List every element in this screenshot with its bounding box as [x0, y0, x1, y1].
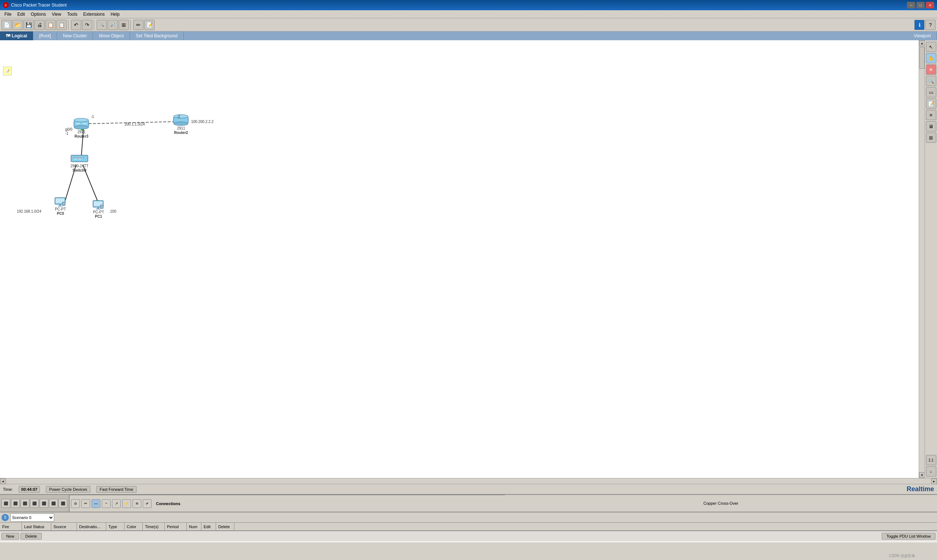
col-type: Type [106, 523, 125, 530]
pdu-delete-button[interactable]: Delete [20, 533, 42, 540]
annotation-100-pc1: .100 [109, 209, 116, 213]
router2-node[interactable]: 2911 Router2 [173, 114, 189, 135]
viewport-item[interactable]: Viewport [908, 31, 937, 40]
tool-check[interactable]: ✔ [143, 499, 152, 508]
tool-draw[interactable]: ✏ [81, 499, 90, 508]
paste-button[interactable]: 📋 [56, 20, 67, 30]
scroll-up-button[interactable]: ▲ [919, 40, 925, 46]
annotation-g00: g0/0 [65, 128, 72, 131]
connections-tool-button[interactable]: ⊞ [926, 132, 936, 143]
scroll-track[interactable] [919, 46, 925, 472]
delete-tool-button[interactable]: ✕ [926, 65, 936, 75]
vertical-scrollbar[interactable]: ▲ ▼ [919, 40, 925, 478]
note-button[interactable]: 📝 [144, 20, 154, 30]
svg-rect-21 [78, 157, 79, 158]
goto-origin-button[interactable]: ⌂ [926, 466, 936, 477]
filter-button[interactable]: ≡ [926, 110, 936, 120]
device-cat-hubs[interactable]: ⬛ [30, 499, 39, 508]
new-cluster-label: New Cluster [63, 33, 87, 38]
close-button[interactable]: ✕ [926, 2, 934, 8]
scroll-track-h[interactable] [6, 478, 931, 484]
device-cat-all[interactable]: ⬛ [2, 499, 10, 508]
hand-tool-button[interactable]: ✋ [926, 53, 936, 63]
toggle-pdu-button[interactable]: Toggle PDU List Window [882, 533, 935, 540]
maximize-button[interactable]: □ [917, 2, 925, 8]
pc1-node[interactable]: PC-PT PC1 [92, 200, 105, 218]
device-cat-switches[interactable]: ⬛ [20, 499, 29, 508]
tool-select[interactable]: ⊘ [71, 499, 80, 508]
pc1-name-label: PC1 [95, 214, 102, 218]
logical-view-item[interactable]: 🗺 Logical [0, 31, 33, 40]
canvas-area[interactable]: 2911 Router3 2911 Router2 [0, 40, 919, 478]
info-button[interactable]: ℹ [914, 20, 925, 30]
device-cat-wireless[interactable]: ⬛ [40, 499, 48, 508]
help-button[interactable]: ? [925, 20, 935, 30]
pdu-new-button[interactable]: New [2, 533, 19, 540]
title-bar: C Cisco Packet Tracer Student ─ □ ✕ [0, 0, 937, 10]
undo-button[interactable]: ↶ [71, 20, 81, 30]
new-cluster-item[interactable]: New Cluster [57, 31, 93, 40]
separator2 [94, 20, 95, 30]
zoom-reset-button[interactable]: 1:1 [926, 455, 936, 465]
horizontal-scrollbar[interactable]: ◄ ► [0, 478, 937, 484]
scroll-left-button[interactable]: ◄ [0, 478, 6, 484]
pc0-node[interactable]: PC-PT PC0 [54, 197, 67, 215]
redo-button[interactable]: ↷ [82, 20, 92, 30]
zoom-in-button[interactable]: 🔍 [97, 20, 107, 30]
menu-options[interactable]: Options [28, 11, 49, 18]
router3-node[interactable]: 2911 Router3 [73, 117, 90, 138]
move-object-item[interactable]: Move Object [93, 31, 129, 40]
select-tool-button[interactable]: ↖ [926, 42, 936, 52]
window-controls[interactable]: ─ □ ✕ [907, 2, 934, 8]
realtime-label: Realtime [906, 485, 934, 493]
tool-pattern[interactable]: ≋ [133, 499, 141, 508]
scroll-down-button[interactable]: ▼ [919, 472, 925, 478]
scroll-thumb[interactable] [919, 47, 925, 69]
tool-curved[interactable]: ~ [102, 499, 111, 508]
network-svg [0, 40, 919, 478]
device-cat-wan[interactable]: ⬛ [59, 499, 67, 508]
copy-button[interactable]: 📋 [45, 20, 55, 30]
col-color: Color [125, 523, 143, 530]
pdu-panel: S Scenario 0 Fire Last Status Source Des… [0, 512, 937, 542]
zoom-in-tool-button[interactable]: 🔍 [926, 76, 936, 86]
tool-diagonal[interactable]: ↗ [112, 499, 121, 508]
set-tiled-bg-item[interactable]: Set Tiled Background [130, 31, 184, 40]
scroll-right-button[interactable]: ► [931, 478, 937, 484]
device-cat-routers[interactable]: ⬛ [11, 499, 20, 508]
tool-lightning[interactable]: ⚡ [122, 499, 131, 508]
devices-button[interactable]: 🖥 [926, 121, 936, 131]
menu-view[interactable]: View [49, 11, 64, 18]
menu-extensions[interactable]: Extensions [80, 11, 108, 18]
menu-edit[interactable]: Edit [14, 11, 28, 18]
menu-file[interactable]: File [2, 11, 14, 18]
annotation-minus2-router2: -2 [177, 115, 180, 118]
save-button[interactable]: 💾 [23, 20, 34, 30]
separator3 [130, 20, 132, 30]
svg-rect-29 [58, 206, 62, 206]
zoom-fit-button[interactable]: ⊞ [119, 20, 129, 30]
minimize-button[interactable]: ─ [907, 2, 915, 8]
place-note-button[interactable]: 📝 [926, 98, 936, 109]
draw-rect-button[interactable]: ▭ [926, 87, 936, 97]
viewport-label: Viewport [914, 33, 931, 38]
root-item[interactable]: [Root] [33, 31, 57, 40]
zoom-out-button[interactable]: 🔎 [108, 20, 118, 30]
pc0-model-label: PC-PT [55, 207, 66, 212]
switch0-node[interactable]: 2960-24TT Switch0 [70, 153, 89, 172]
svg-point-11 [74, 118, 89, 122]
draw-button[interactable]: ✏ [133, 20, 143, 30]
scenario-select[interactable]: Scenario 0 [10, 514, 54, 522]
device-cat-security[interactable]: ⬛ [49, 499, 58, 508]
new-button[interactable]: 📄 [2, 20, 12, 30]
svg-rect-30 [62, 202, 65, 206]
menu-bar: File Edit Options View Tools Extensions … [0, 10, 937, 18]
power-cycle-button[interactable]: Power Cycle Devices [46, 486, 91, 493]
open-button[interactable]: 📂 [12, 20, 23, 30]
menu-tools[interactable]: Tools [64, 11, 80, 18]
print-button[interactable]: 🖨 [34, 20, 45, 30]
scenario-icon: S [2, 514, 9, 521]
tool-straight[interactable]: — [91, 499, 100, 508]
fast-forward-button[interactable]: Fast Forward Time [96, 486, 137, 493]
menu-help[interactable]: Help [108, 11, 123, 18]
